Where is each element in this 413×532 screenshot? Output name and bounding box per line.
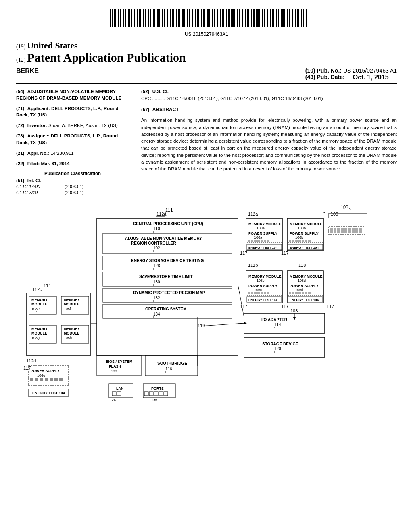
field-73-label: Assignee: bbox=[27, 133, 50, 138]
pub-type-line: (12) Patent Application Publication bbox=[16, 51, 397, 64]
svg-rect-80 bbox=[232, 9, 234, 27]
bios-label: BIOS / SYSTEM bbox=[106, 360, 133, 364]
bios-label2: FLASH bbox=[109, 364, 121, 368]
svg-line-231 bbox=[238, 285, 244, 317]
svg-rect-112 bbox=[282, 9, 284, 27]
ps-d-label: POWER SUPPLY bbox=[290, 284, 319, 288]
mem-d-label: MEMORY MODULE bbox=[290, 274, 323, 278]
svg-rect-194 bbox=[267, 292, 269, 294]
svg-rect-32 bbox=[157, 9, 159, 27]
mem-g-label: MEMORY bbox=[31, 327, 48, 331]
mem-b-label: MEMORY MODULE bbox=[290, 222, 323, 226]
pub-date-row: (43) Pub. Date: Oct. 1, 2015 bbox=[305, 74, 397, 81]
svg-rect-225 bbox=[149, 392, 153, 396]
field-21-label: Appl. No.: bbox=[27, 151, 49, 156]
svg-rect-170 bbox=[295, 240, 298, 242]
svg-rect-52 bbox=[189, 9, 190, 27]
pub-date-value: Oct. 1, 2015 bbox=[353, 74, 389, 81]
svg-rect-199 bbox=[292, 292, 294, 294]
svg-rect-126 bbox=[305, 9, 305, 27]
svg-rect-47 bbox=[181, 9, 181, 27]
svg-rect-171 bbox=[298, 240, 301, 242]
svg-rect-85 bbox=[241, 9, 241, 27]
svg-rect-67 bbox=[212, 9, 213, 27]
mem-h-label2: MODULE bbox=[64, 331, 79, 335]
svg-rect-27 bbox=[150, 9, 151, 27]
svg-rect-83 bbox=[237, 9, 238, 27]
field-57: (57) ABSTRACT bbox=[141, 106, 397, 113]
svg-rect-226 bbox=[154, 392, 158, 396]
svg-rect-190 bbox=[254, 292, 257, 294]
sb-ref: 116 bbox=[165, 367, 172, 371]
svg-rect-172 bbox=[302, 240, 304, 242]
svg-rect-163 bbox=[264, 240, 266, 242]
int-cl-2-date: (2006.01) bbox=[65, 190, 83, 196]
svg-rect-11 bbox=[125, 9, 126, 27]
svg-rect-64 bbox=[207, 9, 209, 27]
svg-rect-20 bbox=[139, 9, 140, 27]
pub-date-label: (43) Pub. Date: bbox=[305, 74, 345, 81]
field-72: (72) Inventor: Stuart A. BERKE, Austin, … bbox=[16, 122, 129, 129]
svg-rect-97 bbox=[259, 9, 260, 27]
ps-b-label: POWER SUPPLY bbox=[290, 231, 319, 235]
svg-rect-18 bbox=[136, 9, 136, 27]
svg-rect-9 bbox=[122, 9, 122, 27]
svg-marker-210 bbox=[244, 322, 247, 324]
svg-rect-56 bbox=[195, 9, 196, 27]
field-73: (73) Assignee: DELL PRODUCTS, L.P., Roun… bbox=[16, 133, 129, 145]
svg-rect-13 bbox=[128, 9, 129, 27]
ref-106c: 106c bbox=[254, 288, 262, 292]
svg-rect-12 bbox=[127, 9, 127, 27]
int-cl-row-1: G11C 14/00 (2006.01) bbox=[16, 184, 129, 190]
svg-rect-125 bbox=[303, 9, 304, 27]
int-cl-1-date: (2006.01) bbox=[65, 184, 83, 190]
svg-rect-119 bbox=[294, 9, 294, 27]
svg-rect-96 bbox=[257, 9, 259, 27]
svg-rect-35 bbox=[162, 9, 163, 27]
cpc-line: CPC .......... G11C 14/0018 (2013.01); G… bbox=[141, 96, 323, 101]
svg-rect-104 bbox=[270, 9, 271, 27]
svg-rect-43 bbox=[175, 9, 175, 27]
esd-ref: 128 bbox=[153, 264, 160, 268]
mem-c-label: MEMORY MODULE bbox=[248, 274, 282, 278]
field-54-num: (54) bbox=[16, 89, 24, 94]
svg-rect-71 bbox=[219, 9, 219, 27]
mem-f-label: MEMORY bbox=[64, 298, 80, 302]
svg-rect-220 bbox=[112, 392, 116, 396]
ref-103-label: 103 bbox=[290, 308, 298, 313]
svg-rect-152 bbox=[45, 378, 48, 381]
svg-rect-184 bbox=[352, 228, 355, 233]
field-22-label: Filed: bbox=[27, 161, 40, 166]
power-supply-e-label: POWER SUPPLY bbox=[31, 369, 60, 373]
ps-a-label: POWER SUPPLY bbox=[248, 231, 277, 235]
svg-rect-159 bbox=[251, 240, 253, 242]
svg-rect-10 bbox=[123, 9, 124, 27]
svg-rect-105 bbox=[272, 9, 273, 27]
esd-label: ENERGY STORAGE DEVICE TESTING bbox=[131, 258, 204, 263]
svg-rect-24 bbox=[145, 9, 146, 27]
ref-117-e-label: 117 bbox=[327, 304, 334, 309]
mem-g-label2: MODULE bbox=[31, 331, 47, 335]
svg-rect-41 bbox=[172, 9, 173, 27]
svg-rect-92 bbox=[251, 9, 252, 27]
svg-rect-38 bbox=[167, 9, 168, 27]
svg-rect-164 bbox=[267, 240, 269, 242]
svg-rect-186 bbox=[359, 228, 362, 233]
svg-rect-86 bbox=[242, 9, 243, 27]
svg-rect-73 bbox=[222, 9, 223, 27]
svg-rect-110 bbox=[280, 9, 280, 27]
pub-number-center: US 20150279463A1 bbox=[16, 31, 397, 37]
svg-rect-77 bbox=[228, 9, 229, 27]
svg-rect-221 bbox=[117, 392, 121, 396]
header-info-row: BERKE (10) Pub. No.: US 2015/0279463 A1 … bbox=[16, 67, 397, 84]
svg-rect-5 bbox=[115, 9, 116, 27]
ref-108e: 108e bbox=[31, 307, 40, 311]
svg-rect-93 bbox=[253, 9, 254, 27]
svg-rect-202 bbox=[302, 292, 304, 294]
svg-rect-169 bbox=[292, 240, 294, 242]
save-ref: 130 bbox=[153, 280, 160, 284]
svg-rect-99 bbox=[262, 9, 263, 27]
pub-no-row: (10) Pub. No.: US 2015/0279463 A1 bbox=[305, 67, 397, 74]
bios-ref: 122 bbox=[111, 369, 117, 373]
field-72-label: Inventor: bbox=[27, 123, 47, 128]
